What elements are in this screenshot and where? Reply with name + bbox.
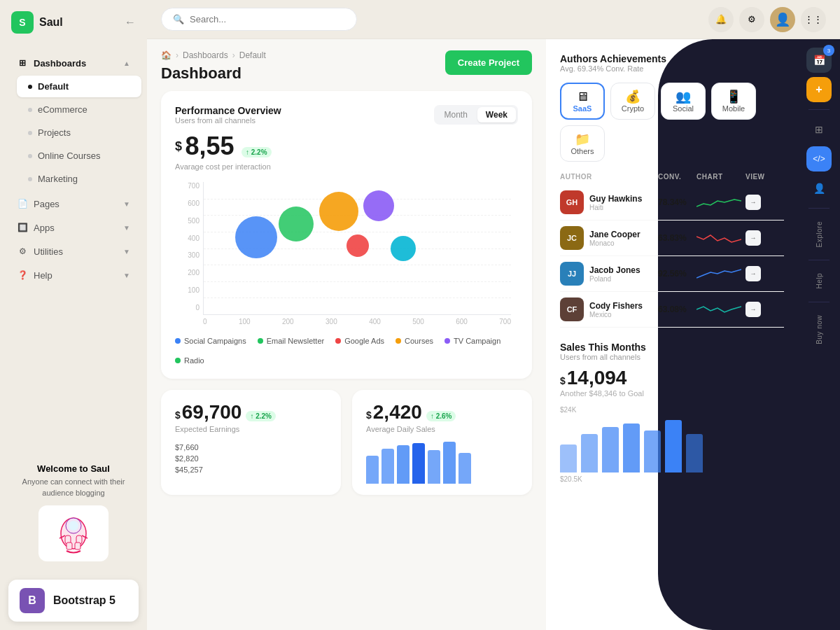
daily-sales-metric: $ 2,420 ↑ 2.6%	[366, 401, 518, 424]
author-info: JC Jane Cooper Monaco	[560, 226, 658, 250]
sidebar-item-ecommerce[interactable]: eCommerce	[17, 99, 141, 120]
bubble-5	[346, 234, 369, 257]
tab-label: Mobile	[722, 104, 745, 113]
social-icon: 👥	[676, 89, 691, 104]
menu-button[interactable]: ⋮⋮	[801, 7, 826, 32]
saas-icon: 🖥	[576, 90, 589, 104]
metric-display: $ 8,55 ↑ 2.2%	[175, 132, 518, 161]
help-label[interactable]: Help	[813, 267, 826, 295]
apps-icon: 🔲	[17, 222, 28, 233]
tab-social[interactable]: 👥 Social	[661, 83, 706, 120]
rs-code-button[interactable]: </>	[806, 146, 832, 172]
bootstrap-badge: B Bootstrap 5	[8, 580, 139, 622]
chevron-icon: ▲	[123, 59, 130, 67]
period-toggle: Month Week	[434, 105, 519, 125]
sidebar-item-online-courses[interactable]: Online Courses	[17, 145, 141, 167]
sidebar-item-help[interactable]: ❓ Help ▼	[6, 264, 141, 286]
sidebar-item-dashboards[interactable]: ⊞ Dashboards ▲	[6, 52, 141, 74]
tab-crypto[interactable]: 💰 Crypto	[610, 83, 655, 120]
author-country: Poland	[589, 275, 640, 283]
view-button[interactable]: →	[746, 195, 761, 210]
authors-table-header: AUTHOR CONV. CHART VIEW	[560, 173, 784, 181]
legend-tv: TV Campaign	[444, 337, 500, 345]
tab-others[interactable]: 📁 Others	[560, 125, 605, 162]
app-logo: S	[11, 11, 34, 34]
create-project-button[interactable]: Create Project	[445, 50, 532, 75]
notification-icon: 🔔	[715, 14, 727, 24]
calendar-icon: 📅	[813, 55, 825, 66]
sidebar-item-label: Online Courses	[38, 150, 101, 161]
legend-label: Social Campaigns	[184, 337, 246, 345]
daily-value: 2,420	[373, 401, 422, 424]
sidebar-header: S Saul ←	[0, 0, 147, 45]
sparkline-2	[696, 265, 741, 282]
view-button[interactable]: →	[746, 266, 761, 281]
notification-button[interactable]: 🔔	[708, 7, 734, 32]
bubble-1	[235, 216, 277, 258]
header-conv: CONV.	[658, 173, 696, 181]
nav-dot	[28, 154, 32, 158]
view-button[interactable]: →	[746, 230, 761, 246]
bubble-2	[279, 206, 314, 241]
page-title: Dashboard	[161, 64, 266, 83]
authors-title: Authors Achievements	[560, 53, 784, 64]
sidebar-back-icon[interactable]: ←	[125, 16, 136, 29]
sales-value: 14,094	[567, 367, 627, 389]
tab-mobile[interactable]: 📱 Mobile	[711, 83, 756, 120]
rs-separator	[808, 260, 830, 260]
badge: 3	[823, 45, 834, 56]
sidebar-item-utilities[interactable]: ⚙ Utilities ▼	[6, 240, 141, 262]
earnings-list: $7,660 $2,820 $45,257	[175, 442, 327, 475]
bar	[458, 453, 471, 484]
svg-rect-6	[75, 542, 80, 550]
x-axis: 0100200300400500600700	[203, 318, 511, 326]
plus-icon: +	[816, 83, 822, 96]
sidebar-footer-subtitle: Anyone can connect with their audience b…	[11, 477, 136, 498]
s-bar	[560, 444, 577, 472]
rs-add-button[interactable]: +	[806, 77, 832, 102]
rs-calendar-button[interactable]: 📅 3	[806, 48, 832, 73]
sales-metric: $ 14,094	[560, 367, 784, 389]
author-conv: 63.83%	[658, 233, 696, 243]
buy-now-label[interactable]: Buy now	[813, 309, 826, 350]
rs-separator	[808, 208, 830, 209]
settings-button[interactable]: ⚙	[739, 7, 764, 32]
search-box[interactable]: 🔍	[161, 8, 357, 31]
sales-goal: Another $48,346 to Goal	[560, 389, 784, 398]
tab-saas[interactable]: 🖥 SaaS	[560, 83, 605, 120]
legend-courses: Courses	[396, 337, 433, 345]
toggle-month[interactable]: Month	[436, 107, 476, 122]
sales-y2: $20.5K	[560, 475, 784, 483]
bar	[428, 450, 440, 484]
toggle-week[interactable]: Week	[477, 107, 516, 122]
legend-dot	[175, 358, 181, 363]
user-avatar[interactable]: 👤	[770, 7, 795, 32]
author-name: Jacob Jones	[589, 265, 640, 275]
s-bar-active	[665, 420, 682, 472]
sidebar-item-label: Apps	[34, 223, 55, 233]
breadcrumb-dashboards[interactable]: Dashboards	[183, 50, 228, 60]
chevron-icon: ▼	[123, 200, 130, 208]
rs-grid-button[interactable]: ⊞	[806, 117, 832, 142]
legend-radio: Radio	[175, 356, 204, 365]
mobile-icon: 📱	[726, 89, 741, 104]
author-info: GH Guy Hawkins Haiti	[560, 190, 658, 214]
search-input[interactable]	[190, 14, 345, 24]
rs-user-button[interactable]: 👤	[806, 176, 832, 201]
view-button[interactable]: →	[746, 302, 761, 317]
explore-label[interactable]: Explore	[813, 216, 826, 253]
sidebar-item-marketing[interactable]: Marketing	[17, 168, 141, 190]
chart-legend: Social Campaigns Email Newsletter Google…	[175, 337, 518, 365]
author-row: JC Jane Cooper Monaco 63.83% →	[560, 220, 784, 256]
sidebar-item-projects[interactable]: Projects	[17, 122, 141, 144]
breadcrumb-home[interactable]: 🏠	[161, 50, 172, 60]
list-item: $2,820	[175, 453, 327, 464]
sidebar-illustration	[38, 505, 108, 561]
sidebar-item-apps[interactable]: 🔲 Apps ▼	[6, 216, 141, 239]
dashboards-icon: ⊞	[17, 57, 28, 69]
header-chart: CHART	[696, 173, 746, 181]
sidebar-item-default[interactable]: Default	[17, 76, 141, 97]
sidebar-item-pages[interactable]: 📄 Pages ▼	[6, 192, 141, 215]
author-row: CF Cody Fishers Mexico 63.08% →	[560, 292, 784, 328]
metric-currency: $	[175, 139, 182, 153]
